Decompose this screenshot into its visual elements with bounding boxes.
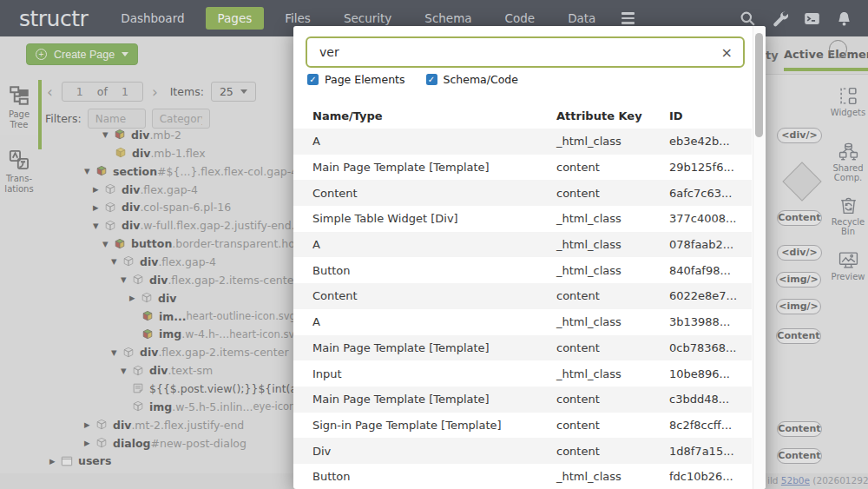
cell-name-type: Content — [312, 289, 556, 302]
table-row[interactable]: Button_html_classfdc10b26... — [293, 464, 752, 489]
cell-attribute-key: _html_class — [556, 238, 669, 251]
clear-search-icon[interactable]: × — [721, 44, 733, 61]
cell-name-type: Input — [312, 367, 556, 380]
cell-attribute-key: content — [556, 341, 669, 354]
table-row[interactable]: Main Page Template [Template]contentc3bd… — [293, 387, 752, 413]
cell-name-type: A — [312, 238, 556, 251]
dialog-scrollbar[interactable] — [753, 26, 766, 489]
cell-id: 840faf98... — [669, 264, 752, 277]
cell-attribute-key: _html_class — [556, 212, 669, 225]
cell-attribute-key: _html_class — [556, 315, 669, 328]
checkbox-page-elements[interactable]: ✓Page Elements — [307, 73, 405, 86]
table-row[interactable]: Input_html_class10be896... — [293, 360, 752, 387]
search-scope-checkboxes: ✓Page Elements✓Schema/Code — [307, 73, 518, 86]
cell-id: eb3e42b... — [669, 135, 752, 148]
cell-name-type: Main Page Template [Template] — [312, 393, 556, 406]
cell-name-type: Content — [312, 187, 556, 200]
checkbox-checked-icon[interactable]: ✓ — [307, 74, 319, 85]
cell-name-type: A — [312, 315, 556, 328]
cell-name-type: Simple Table Widget [Div] — [312, 212, 556, 225]
cell-id: 1d8f7a15... — [669, 445, 752, 458]
cell-attribute-key: content — [556, 445, 669, 458]
dialog-search-input[interactable]: ver × — [306, 36, 745, 68]
search-value: ver — [319, 45, 339, 59]
cell-id: c3bdd48... — [669, 393, 752, 406]
checkbox-label: Schema/Code — [444, 73, 518, 86]
cell-attribute-key: content — [556, 393, 669, 406]
cell-attribute-key: content — [556, 419, 669, 432]
cell-id: 6022e8e7... — [669, 289, 752, 302]
cell-attribute-key: _html_class — [556, 470, 669, 483]
table-row[interactable]: A_html_class3b13988... — [293, 309, 752, 335]
table-header-row: Name/TypeAttribute KeyID — [293, 102, 752, 129]
cell-name-type: Main Page Template [Template] — [312, 161, 556, 174]
cell-attribute-key: _html_class — [556, 135, 669, 148]
table-row[interactable]: Sign-in Page Template [Template]content8… — [293, 413, 752, 439]
cell-id: 6afc7c63... — [669, 187, 752, 200]
column-header: ID — [669, 109, 752, 122]
table-row[interactable]: A_html_class078faab2... — [293, 232, 752, 258]
column-header: Name/Type — [312, 109, 556, 122]
checkbox-schema-code[interactable]: ✓Schema/Code — [426, 73, 518, 86]
cell-name-type: Div — [312, 445, 556, 458]
cell-id: 29b125f6... — [669, 161, 752, 174]
cell-id: 8c2f8ccff... — [669, 419, 752, 432]
cell-attribute-key: content — [556, 187, 669, 200]
cell-id: 3b13988... — [669, 315, 752, 328]
checkbox-label: Page Elements — [325, 73, 405, 86]
table-row[interactable]: Button_html_class840faf98... — [293, 257, 752, 283]
table-row[interactable]: Main Page Template [Template]content0cb7… — [293, 335, 752, 361]
cell-id: 377c4008... — [669, 212, 752, 225]
cell-name-type: Button — [312, 470, 556, 483]
cell-attribute-key: _html_class — [556, 264, 669, 277]
checkbox-checked-icon[interactable]: ✓ — [426, 74, 437, 85]
table-row[interactable]: A_html_classeb3e42b... — [293, 129, 752, 155]
cell-attribute-key: content — [556, 289, 669, 302]
search-results-table: Name/TypeAttribute KeyIDA_html_classeb3e… — [293, 102, 752, 489]
cell-name-type: Sign-in Page Template [Template] — [312, 419, 556, 432]
table-row[interactable]: Simple Table Widget [Div]_html_class377c… — [293, 206, 752, 232]
search-dialog: ver × ✓Page Elements✓Schema/Code Name/Ty… — [293, 26, 766, 489]
cell-name-type: A — [312, 135, 556, 148]
cell-id: 10be896... — [669, 367, 752, 380]
cell-attribute-key: _html_class — [556, 367, 669, 380]
cell-attribute-key: content — [556, 161, 669, 174]
table-row[interactable]: Main Page Template [Template]content29b1… — [293, 155, 752, 181]
cell-name-type: Main Page Template [Template] — [312, 341, 556, 354]
table-row[interactable]: Contentcontent6afc7c63... — [293, 180, 752, 206]
table-row[interactable]: Divcontent1d8f7a15... — [293, 438, 752, 464]
column-header: Attribute Key — [556, 109, 669, 122]
scrollbar-thumb[interactable] — [755, 33, 763, 137]
cell-id: fdc10b26... — [669, 470, 752, 483]
cell-name-type: Button — [312, 264, 556, 277]
cell-id: 078faab2... — [669, 238, 752, 251]
table-row[interactable]: Contentcontent6022e8e7... — [293, 283, 752, 309]
cell-id: 0cb78368... — [669, 341, 752, 354]
